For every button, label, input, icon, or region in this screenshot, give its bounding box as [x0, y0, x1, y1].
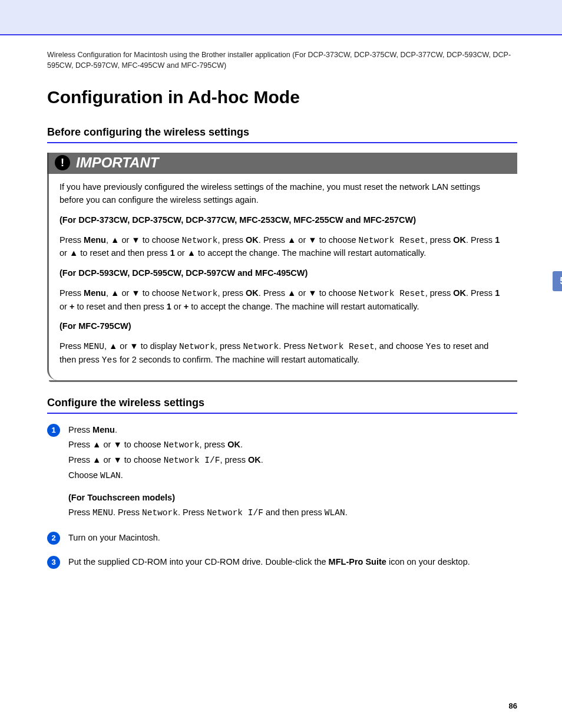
- step-number-icon: 3: [47, 556, 60, 569]
- important-g1-heading: (For DCP-373CW, DCP-375CW, DCP-377CW, MF…: [59, 214, 507, 227]
- step-1: 1 Press Menu. Press ▲ or ▼ to choose Net…: [47, 423, 517, 522]
- step-body: Turn on your Macintosh.: [68, 531, 160, 546]
- important-label: IMPORTANT: [76, 154, 158, 171]
- important-g2-text: Press Menu, ▲ or ▼ to choose Network, pr…: [59, 287, 507, 314]
- chapter-tab: 5: [553, 271, 562, 291]
- important-body: If you have previously configured the wi…: [47, 174, 517, 380]
- important-callout: ! IMPORTANT If you have previously confi…: [47, 153, 517, 380]
- page-number: 86: [509, 701, 517, 710]
- step-body: Press Menu. Press ▲ or ▼ to choose Netwo…: [68, 423, 348, 522]
- top-header-band: [0, 0, 562, 35]
- step-2: 2 Turn on your Macintosh.: [47, 531, 517, 546]
- important-intro: If you have previously configured the wi…: [59, 181, 507, 207]
- subsection-configure: Configure the wireless settings: [47, 397, 517, 409]
- divider: [47, 142, 517, 143]
- step-body: Put the supplied CD-ROM into your CD-ROM…: [68, 555, 470, 570]
- divider: [47, 413, 517, 414]
- important-g3-text: Press MENU, ▲ or ▼ to display Network, p…: [59, 340, 507, 367]
- running-header: Wireless Configuration for Macintosh usi…: [47, 50, 517, 71]
- important-g1-text: Press Menu, ▲ or ▼ to choose Network, pr…: [59, 234, 507, 261]
- important-g3-heading: (For MFC-795CW): [59, 320, 507, 333]
- step-number-icon: 1: [47, 424, 60, 437]
- page-title: Configuration in Ad-hoc Mode: [47, 87, 517, 107]
- subsection-before-config: Before configuring the wireless settings: [47, 126, 517, 139]
- important-g2-heading: (For DCP-593CW, DCP-595CW, DCP-597CW and…: [59, 267, 507, 280]
- important-bar: ! IMPORTANT: [47, 153, 517, 174]
- step-3: 3 Put the supplied CD-ROM into your CD-R…: [47, 555, 517, 570]
- alert-icon: !: [55, 155, 70, 170]
- step-number-icon: 2: [47, 532, 60, 545]
